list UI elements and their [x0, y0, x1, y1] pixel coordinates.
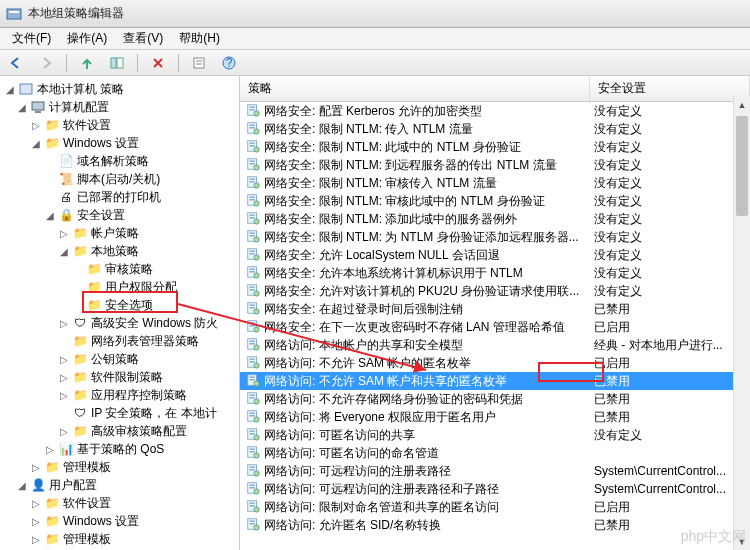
tree-item[interactable]: ▷📁Windows 设置: [0, 512, 239, 530]
expand-icon[interactable]: ▷: [56, 390, 72, 401]
tree-item[interactable]: 📄域名解析策略: [0, 152, 239, 170]
policy-row[interactable]: 网络安全: 限制 NTLM: 添加此域中的服务器例外没有定义: [240, 210, 750, 228]
expand-icon[interactable]: ▷: [56, 372, 72, 383]
tree-security-settings[interactable]: ◢🔒安全设置: [0, 206, 239, 224]
tree-item[interactable]: ▷📊基于策略的 QoS: [0, 440, 239, 458]
col-policy[interactable]: 策略: [240, 76, 590, 101]
expand-icon[interactable]: ▷: [56, 426, 72, 437]
expand-icon[interactable]: ▷: [56, 354, 72, 365]
expand-icon[interactable]: ▷: [28, 120, 44, 131]
policy-row[interactable]: 网络安全: 限制 NTLM: 此域中的 NTLM 身份验证没有定义: [240, 138, 750, 156]
delete-button[interactable]: [148, 53, 168, 73]
policy-row[interactable]: 网络安全: 允许对该计算机的 PKU2U 身份验证请求使用联...没有定义: [240, 282, 750, 300]
forward-button[interactable]: [36, 53, 56, 73]
policy-row[interactable]: 网络安全: 允许 LocalSystem NULL 会话回退没有定义: [240, 246, 750, 264]
policy-setting-cell: 没有定义: [590, 427, 750, 444]
expand-icon[interactable]: ▷: [56, 228, 72, 239]
tree-item[interactable]: ▷📁应用程序控制策略: [0, 386, 239, 404]
collapse-icon[interactable]: ◢: [2, 84, 18, 95]
collapse-icon[interactable]: ◢: [56, 246, 72, 257]
user-icon: 👤: [30, 477, 46, 493]
tree-panel[interactable]: ◢ 本地计算机 策略 ◢ 计算机配置 ▷📁软件设置: [0, 76, 240, 550]
expand-icon[interactable]: ▷: [56, 318, 72, 329]
back-button[interactable]: [6, 53, 26, 73]
tree-item[interactable]: 🛡IP 安全策略，在 本地计: [0, 404, 239, 422]
tree-item[interactable]: ▷📁管理模板: [0, 458, 239, 476]
tree-user-config[interactable]: ◢👤用户配置: [0, 476, 239, 494]
tree-local-policies[interactable]: ◢📁本地策略: [0, 242, 239, 260]
tree-item[interactable]: 📜脚本(启动/关机): [0, 170, 239, 188]
show-hide-tree-button[interactable]: [107, 53, 127, 73]
help-button[interactable]: ?: [219, 53, 239, 73]
policy-row[interactable]: 网络访问: 允许匿名 SID/名称转换已禁用: [240, 516, 750, 534]
collapse-icon[interactable]: ◢: [14, 102, 30, 113]
list-body[interactable]: 网络安全: 配置 Kerberos 允许的加密类型没有定义网络安全: 限制 NT…: [240, 102, 750, 534]
tree-item[interactable]: ▷🛡高级安全 Windows 防火: [0, 314, 239, 332]
policy-row[interactable]: 网络访问: 将 Everyone 权限应用于匿名用户已禁用: [240, 408, 750, 426]
tree-root[interactable]: ◢ 本地计算机 策略: [0, 80, 239, 98]
tree-label: 脚本(启动/关机): [77, 171, 160, 188]
tree-item[interactable]: 📁网络列表管理器策略: [0, 332, 239, 350]
policy-row[interactable]: 网络安全: 限制 NTLM: 为 NTLM 身份验证添加远程服务器...没有定义: [240, 228, 750, 246]
tree-item[interactable]: ▷📁公钥策略: [0, 350, 239, 368]
scroll-thumb[interactable]: [736, 116, 748, 216]
policy-row[interactable]: 网络安全: 限制 NTLM: 审核传入 NTLM 流量没有定义: [240, 174, 750, 192]
expand-icon[interactable]: ▷: [28, 516, 44, 527]
tree-item[interactable]: ▷📁软件设置: [0, 494, 239, 512]
tree-item[interactable]: ▷📁软件限制策略: [0, 368, 239, 386]
expand-icon[interactable]: ▷: [28, 534, 44, 545]
policy-row[interactable]: 网络访问: 不允许 SAM 帐户和共享的匿名枚举已禁用: [240, 372, 750, 390]
policy-item-icon: [246, 193, 260, 210]
properties-button[interactable]: [189, 53, 209, 73]
svg-point-19: [254, 128, 259, 133]
policy-row[interactable]: 网络访问: 可远程访问的注册表路径和子路径System\CurrentContr…: [240, 480, 750, 498]
scroll-up-arrow[interactable]: ▲: [734, 96, 750, 113]
folder-icon: 📁: [44, 135, 60, 151]
policy-row[interactable]: 网络访问: 本地帐户的共享和安全模型经典 - 对本地用户进行...: [240, 336, 750, 354]
policy-name-cell: 网络访问: 可匿名访问的共享: [240, 427, 590, 444]
tree-item[interactable]: 📁审核策略: [0, 260, 239, 278]
policy-row[interactable]: 网络安全: 限制 NTLM: 传入 NTLM 流量没有定义: [240, 120, 750, 138]
policy-icon: [18, 81, 34, 97]
expand-icon[interactable]: ▷: [28, 462, 44, 473]
policy-row[interactable]: 网络安全: 在超过登录时间后强制注销已禁用: [240, 300, 750, 318]
policy-row[interactable]: 网络访问: 可匿名访问的命名管道: [240, 444, 750, 462]
expand-icon[interactable]: ▷: [42, 444, 58, 455]
tree-item[interactable]: ▷📁高级审核策略配置: [0, 422, 239, 440]
tree-label: 审核策略: [105, 261, 153, 278]
policy-row[interactable]: 网络访问: 不允许存储网络身份验证的密码和凭据已禁用: [240, 390, 750, 408]
collapse-icon[interactable]: ◢: [42, 210, 58, 221]
tree-item[interactable]: ▷📁帐户策略: [0, 224, 239, 242]
tree-item[interactable]: 🖨已部署的打印机: [0, 188, 239, 206]
svg-rect-3: [117, 58, 123, 68]
menu-help[interactable]: 帮助(H): [171, 28, 228, 49]
vertical-scrollbar[interactable]: ▲ ▼: [733, 96, 750, 550]
policy-row[interactable]: 网络访问: 限制对命名管道和共享的匿名访问已启用: [240, 498, 750, 516]
tree-security-options[interactable]: 📁安全选项: [0, 296, 239, 314]
menu-file[interactable]: 文件(F): [4, 28, 59, 49]
policy-row[interactable]: 网络访问: 可匿名访问的共享没有定义: [240, 426, 750, 444]
menu-action[interactable]: 操作(A): [59, 28, 115, 49]
tree-computer-config[interactable]: ◢ 计算机配置: [0, 98, 239, 116]
tree-label: 用户配置: [49, 477, 97, 494]
tree-label: IP 安全策略，在 本地计: [91, 405, 217, 422]
up-button[interactable]: [77, 53, 97, 73]
tree-item[interactable]: ◢📁Windows 设置: [0, 134, 239, 152]
expand-icon[interactable]: ▷: [28, 498, 44, 509]
policy-row[interactable]: 网络安全: 在下一次更改密码时不存储 LAN 管理器哈希值已启用: [240, 318, 750, 336]
tree-item[interactable]: ▷📁软件设置: [0, 116, 239, 134]
collapse-icon[interactable]: ◢: [28, 138, 44, 149]
col-setting[interactable]: 安全设置: [590, 76, 750, 101]
policy-row[interactable]: 网络安全: 限制 NTLM: 审核此域中的 NTLM 身份验证没有定义: [240, 192, 750, 210]
policy-row[interactable]: 网络访问: 可远程访问的注册表路径System\CurrentControl..…: [240, 462, 750, 480]
svg-rect-13: [250, 106, 255, 107]
policy-row[interactable]: 网络访问: 不允许 SAM 帐户的匿名枚举已启用: [240, 354, 750, 372]
policy-row[interactable]: 网络安全: 允许本地系统将计算机标识用于 NTLM没有定义: [240, 264, 750, 282]
policy-row[interactable]: 网络安全: 配置 Kerberos 允许的加密类型没有定义: [240, 102, 750, 120]
tree-item[interactable]: ▷📁管理模板: [0, 530, 239, 548]
collapse-icon[interactable]: ◢: [14, 480, 30, 491]
menu-view[interactable]: 查看(V): [115, 28, 171, 49]
window-title: 本地组策略编辑器: [28, 5, 124, 22]
tree-item[interactable]: 📁用户权限分配: [0, 278, 239, 296]
policy-row[interactable]: 网络安全: 限制 NTLM: 到远程服务器的传出 NTLM 流量没有定义: [240, 156, 750, 174]
